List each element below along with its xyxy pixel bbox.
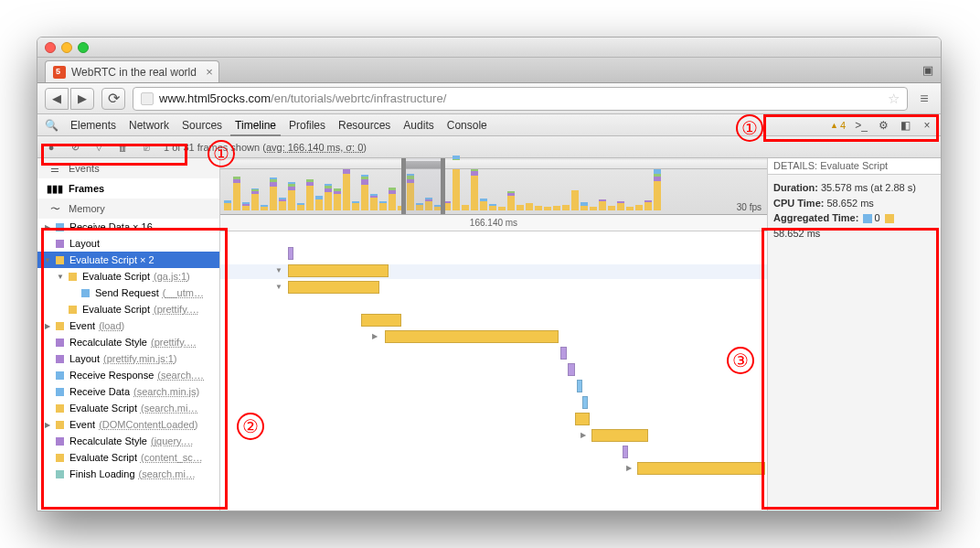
clear-icon[interactable]: ⊘ <box>69 141 81 154</box>
tab-sources[interactable]: Sources <box>182 119 222 132</box>
record-row[interactable]: ▶Receive Data × 16 <box>37 219 219 235</box>
traffic-lights <box>45 42 89 53</box>
close-window-icon[interactable] <box>45 42 56 53</box>
back-button[interactable]: ◀ <box>45 88 69 110</box>
window-menu-icon[interactable]: ▣ <box>922 63 933 77</box>
frames-summary: 1 of 31 frames shown (avg: 166.140 ms, σ… <box>164 142 367 153</box>
record-row[interactable]: Evaluate Script (prettify.… <box>37 301 219 317</box>
address-bar[interactable]: www.html5rocks.com/en/tutorials/webrtc/i… <box>133 87 908 111</box>
favicon-html5-icon <box>53 66 66 79</box>
show-drawer-icon[interactable]: >_ <box>855 119 868 132</box>
inspect-element-icon[interactable]: 🔍 <box>45 119 58 132</box>
view-tab-frames[interactable]: ▮▮▮Frames <box>37 178 219 199</box>
tab-close-icon[interactable]: × <box>206 66 213 78</box>
details-header: DETAILS: Evaluate Script <box>768 158 941 175</box>
tab-console[interactable]: Console <box>447 119 487 132</box>
flame-chart[interactable]: ▼ ▼ ▶ ▶ ▶ <box>220 231 767 510</box>
garbage-collect-icon[interactable]: 🗑 <box>116 141 129 154</box>
records-list[interactable]: ▶Receive Data × 16Layout▼Evaluate Script… <box>37 219 219 510</box>
view-tab-memory[interactable]: 〜Memory <box>37 199 219 219</box>
page-icon <box>141 92 154 105</box>
tab-audits[interactable]: Audits <box>403 119 433 132</box>
record-row[interactable]: Layout (prettify.min.js:1) <box>37 350 219 367</box>
timeline-toolbar: ● ⊘ ▽ 🗑 ⎚ 1 of 31 frames shown (avg: 166… <box>37 136 941 158</box>
filter-icon[interactable]: ▽ <box>92 141 105 154</box>
browser-window: WebRTC in the real world × ▣ ◀ ▶ ⟳ www.h… <box>37 37 942 511</box>
warnings-badge[interactable]: 4 <box>830 120 846 131</box>
bookmark-star-icon[interactable]: ☆ <box>888 91 900 107</box>
record-row[interactable]: Recalculate Style (prettify.… <box>37 334 219 350</box>
overview-scroll-track[interactable] <box>220 160 767 169</box>
record-row[interactable]: ▶Event (DOMContentLoaded) <box>37 416 219 433</box>
fps-label: 30 fps <box>737 202 762 212</box>
record-row[interactable]: Receive Response (search.… <box>37 367 219 383</box>
record-row[interactable]: ▼Evaluate Script × 2 <box>37 252 219 268</box>
overview-selection-handle[interactable] <box>401 158 445 214</box>
overview-strip[interactable]: 30 fps <box>220 158 767 215</box>
minimize-window-icon[interactable] <box>61 42 72 53</box>
record-row[interactable]: Layout <box>37 235 219 252</box>
close-devtools-icon[interactable]: × <box>921 119 933 132</box>
browser-tab[interactable]: WebRTC in the real world × <box>45 60 219 82</box>
nav-buttons: ◀ ▶ <box>45 88 94 110</box>
devtools-tab-bar: 🔍 Elements Network Sources Timeline Prof… <box>37 114 941 136</box>
record-row[interactable]: Finish Loading (search.mi… <box>37 466 219 482</box>
details-body: Duration: 35.578 ms (at 2.88 s) CPU Time… <box>768 175 941 246</box>
tab-timeline[interactable]: Timeline <box>235 119 276 132</box>
record-row[interactable]: ▼Evaluate Script (ga.js:1) <box>37 268 219 285</box>
tab-strip: WebRTC in the real world × ▣ <box>37 58 941 83</box>
record-row[interactable]: Evaluate Script (content_sc… <box>37 449 219 466</box>
record-row[interactable]: Receive Data (search.min.js) <box>37 383 219 400</box>
forward-button[interactable]: ▶ <box>70 88 94 110</box>
dock-side-icon[interactable]: ◧ <box>899 119 911 132</box>
view-tabs: ☰Events ▮▮▮Frames 〜Memory <box>37 158 219 219</box>
overview-bars <box>224 167 763 210</box>
record-row[interactable]: Send Request (__utm… <box>37 285 219 301</box>
tab-resources[interactable]: Resources <box>338 119 390 132</box>
zoom-window-icon[interactable] <box>78 42 89 53</box>
left-panel: ☰Events ▮▮▮Frames 〜Memory ▶Receive Data … <box>37 158 220 510</box>
reload-button[interactable]: ⟳ <box>101 88 125 110</box>
tab-title: WebRTC in the real world <box>71 66 197 79</box>
tab-elements[interactable]: Elements <box>70 119 116 132</box>
details-panel: DETAILS: Evaluate Script Duration: 35.57… <box>767 158 941 510</box>
tab-profiles[interactable]: Profiles <box>289 119 325 132</box>
view-mode-icon[interactable]: ⎚ <box>140 141 153 154</box>
record-icon[interactable]: ● <box>45 141 58 154</box>
window-titlebar <box>37 38 941 58</box>
record-row[interactable]: Evaluate Script (search.mi… <box>37 400 219 416</box>
record-row[interactable]: Recalculate Style (jquery.… <box>37 433 219 449</box>
tab-network[interactable]: Network <box>129 119 169 132</box>
url-text: www.html5rocks.com/en/tutorials/webrtc/i… <box>159 91 446 105</box>
record-row[interactable]: ▶Event (load) <box>37 317 219 334</box>
browser-toolbar: ◀ ▶ ⟳ www.html5rocks.com/en/tutorials/we… <box>37 83 941 114</box>
time-ruler: 166.140 ms <box>220 215 767 231</box>
chrome-menu-icon[interactable]: ≡ <box>915 91 933 107</box>
center-panel: 30 fps 166.140 ms ▼ ▼ ▶ ▶ <box>220 158 767 510</box>
settings-gear-icon[interactable]: ⚙ <box>877 119 889 132</box>
view-tab-events[interactable]: ☰Events <box>37 158 219 178</box>
devtools-body: ☰Events ▮▮▮Frames 〜Memory ▶Receive Data … <box>37 158 941 510</box>
